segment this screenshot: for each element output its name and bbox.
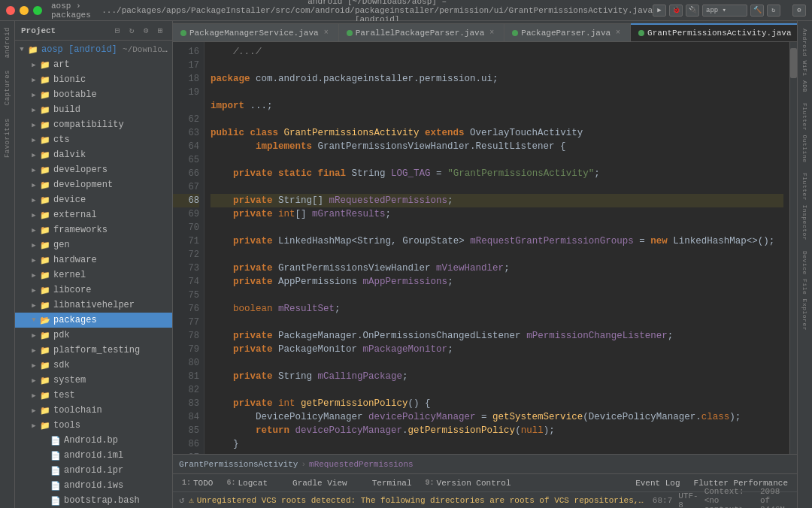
- tree-item-developers[interactable]: ▶ 📁 developers: [15, 162, 172, 177]
- minimize-button[interactable]: [20, 6, 29, 15]
- tree-item-kernel[interactable]: ▶ 📁 kernel: [15, 268, 172, 283]
- tree-item-external[interactable]: ▶ 📁 external: [15, 207, 172, 222]
- tree-item-dalvik[interactable]: ▶ 📁 dalvik: [15, 147, 172, 162]
- code-content[interactable]: /.../ package com.android.packageinstall…: [205, 42, 789, 454]
- tree-root[interactable]: ▼ 📁 aosp [android] ~/Downloads/aosp: [15, 42, 172, 57]
- tool-tab-todo[interactable]: 1: TODO: [176, 476, 219, 491]
- hardware-arrow: ▶: [29, 256, 39, 265]
- code-line-63: public class GrantPermissionsActivity ex…: [211, 126, 783, 140]
- sync-button[interactable]: ↻: [767, 5, 780, 17]
- code-line-82: [211, 383, 783, 397]
- build-button[interactable]: 🔨: [750, 5, 764, 17]
- kernel-folder-icon: 📁: [39, 271, 51, 280]
- code-line-83: private int getPermissionPolicy() {: [211, 397, 783, 410]
- device-arrow: ▶: [29, 196, 39, 204]
- libnativehelper-label: libnativehelper: [53, 300, 135, 310]
- right-strip-adb-label[interactable]: Android WiFi ADB: [801, 24, 808, 97]
- tab-packageparser[interactable]: PackageParser.java ×: [504, 23, 631, 41]
- tree-item-frameworks[interactable]: ▶ 📁 frameworks: [15, 222, 172, 237]
- tree-item-bootstrap[interactable]: ▶ 📄 bootstrap.bash: [15, 493, 172, 508]
- tree-item-gen[interactable]: ▶ 📁 gen: [15, 237, 172, 252]
- tool-tab-versioncontrol[interactable]: 9: Version Control: [420, 476, 517, 491]
- bionic-folder-icon: 📁: [39, 75, 51, 85]
- tree-item-platform-testing[interactable]: ▶ 📁 platform_testing: [15, 343, 172, 358]
- tree-item-hardware[interactable]: ▶ 📁 hardware: [15, 252, 172, 268]
- tree-item-test[interactable]: ▶ 📁 test: [15, 388, 172, 403]
- tree-item-bootable[interactable]: ▶ 📁 bootable: [15, 87, 172, 102]
- right-strip-flutter-inspector-label[interactable]: Flutter Inspector: [801, 168, 808, 245]
- settings-button[interactable]: ⚙: [792, 5, 806, 17]
- project-tree: ▼ 📁 aosp [android] ~/Downloads/aosp ▶ 📁 …: [15, 41, 172, 508]
- tab-grantpermissionsactivity[interactable]: GrantPermissionsActivity.java ×: [631, 23, 797, 41]
- project-expand-icon[interactable]: ⊞: [154, 25, 166, 37]
- line-num: 65: [173, 153, 199, 167]
- tree-item-sdk[interactable]: ▶ 📁 sdk: [15, 358, 172, 373]
- project-hide-icon[interactable]: ⊟: [111, 25, 123, 37]
- root-icon: 📁: [27, 45, 39, 55]
- debug-button[interactable]: 🐞: [669, 5, 683, 17]
- tab-packagemanagerservice[interactable]: PackageManagerService.java ×: [173, 23, 339, 41]
- tree-item-bionic[interactable]: ▶ 📁 bionic: [15, 72, 172, 87]
- line-num: 70: [173, 221, 199, 234]
- bootable-label: bootable: [53, 89, 97, 100]
- tree-item-system[interactable]: ▶ 📁 system: [15, 373, 172, 388]
- run-config-selector[interactable]: app ▾: [702, 5, 747, 17]
- tree-item-libcore[interactable]: ▶ 📁 libcore: [15, 283, 172, 298]
- run-button[interactable]: ▶: [653, 5, 666, 17]
- project-settings-icon[interactable]: ⚙: [140, 25, 152, 37]
- tree-item-androidipr[interactable]: ▶ 📄 android.ipr: [15, 463, 172, 478]
- attach-button[interactable]: 🔌: [686, 5, 699, 17]
- breadcrumb-bar: GrantPermissionsActivity › mRequestedPer…: [173, 454, 797, 473]
- tree-item-compatibility[interactable]: ▶ 📁 compatibility: [15, 117, 172, 132]
- traffic-lights: [6, 6, 42, 15]
- code-line-76: boolean mResultSet;: [211, 302, 783, 316]
- tree-item-androidbp[interactable]: ▶ 📄 Android.bp: [15, 433, 172, 448]
- code-line-72: [211, 248, 783, 262]
- line-num: 80: [173, 356, 199, 370]
- logcat-num: 6:: [226, 479, 235, 487]
- tree-item-device[interactable]: ▶ 📁 device: [15, 192, 172, 207]
- sdk-folder-icon: 📁: [39, 361, 51, 370]
- tree-item-pdk[interactable]: ▶ 📁 pdk: [15, 328, 172, 343]
- tool-tab-logcat[interactable]: 6: Logcat: [220, 476, 274, 491]
- system-folder-icon: 📁: [39, 376, 51, 386]
- platform-testing-folder-icon: 📁: [39, 346, 51, 355]
- line-num: 69: [173, 207, 199, 221]
- main-layout: android Captures Favorites Project ⊟ ↻ ⚙…: [0, 21, 812, 508]
- kernel-arrow: ▶: [29, 271, 39, 280]
- project-sync-icon[interactable]: ↻: [126, 25, 138, 37]
- tree-item-tools[interactable]: ▶ 📁 tools: [15, 418, 172, 433]
- close-button[interactable]: [6, 6, 15, 15]
- line-num: 72: [173, 248, 199, 262]
- line-num: 71: [173, 234, 199, 248]
- editor-scrollbar[interactable]: [789, 42, 797, 454]
- tree-item-build[interactable]: ▶ 📁 build: [15, 102, 172, 117]
- tab-close-packagemanagerservice[interactable]: ×: [322, 29, 331, 37]
- build-folder-icon: 📁: [39, 105, 51, 115]
- sidebar-android-label[interactable]: android: [4, 21, 11, 64]
- right-strip-device-file-label[interactable]: Device File Explorer: [801, 246, 808, 335]
- tree-item-androidiml[interactable]: ▶ 📄 android.iml: [15, 448, 172, 463]
- line-num: 78: [173, 329, 199, 343]
- tree-item-cts[interactable]: ▶ 📁 cts: [15, 132, 172, 147]
- hardware-label: hardware: [53, 255, 97, 265]
- maximize-button[interactable]: [33, 6, 42, 15]
- androidbp-label: Android.bp: [64, 435, 118, 446]
- terminal-label: Terminal: [372, 479, 412, 488]
- tree-item-libnativehelper[interactable]: ▶ 📁 libnativehelper: [15, 298, 172, 313]
- development-arrow: ▶: [29, 181, 39, 189]
- tool-tab-terminal[interactable]: 0: Terminal: [355, 476, 418, 491]
- tree-item-packages[interactable]: ▼ 📂 packages: [15, 313, 172, 328]
- tab-parallelpackageparser[interactable]: ParallelPackageParser.java ×: [339, 23, 505, 41]
- sidebar-favorites-label[interactable]: Favorites: [4, 112, 11, 164]
- tab-close-parallelpackageparser[interactable]: ×: [487, 29, 496, 37]
- tool-tab-gradleview[interactable]: 0: Gradle View: [275, 476, 353, 491]
- sidebar-captures-label[interactable]: Captures: [4, 64, 11, 111]
- tree-item-development[interactable]: ▶ 📁 development: [15, 177, 172, 192]
- tree-item-art[interactable]: ▶ 📁 art: [15, 57, 172, 72]
- tab-close-packageparser[interactable]: ×: [614, 29, 623, 37]
- tree-item-toolchain[interactable]: ▶ 📁 toolchain: [15, 403, 172, 418]
- vc-label: Version Control: [437, 479, 511, 488]
- right-strip-flutter-outline-label[interactable]: Flutter Outline: [801, 98, 808, 168]
- tree-item-androidiws[interactable]: ▶ 📄 android.iws: [15, 478, 172, 493]
